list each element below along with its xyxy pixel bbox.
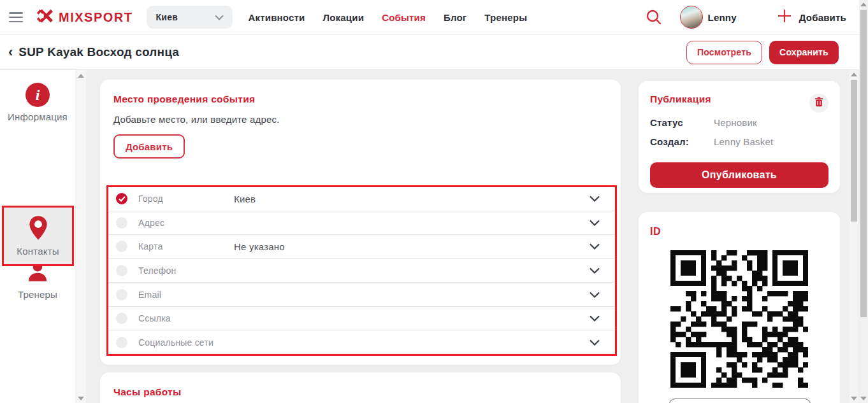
add-button[interactable]: Добавить	[778, 9, 846, 25]
empty-circle-icon	[116, 289, 127, 300]
sidebar-item-contacts[interactable]: Контакты	[2, 206, 74, 266]
scroll-down-arrow[interactable]	[851, 397, 857, 400]
back-button[interactable]: ‹	[8, 45, 13, 59]
row-label: Социальные сети	[138, 337, 234, 348]
mixsport-logo-icon	[37, 7, 55, 27]
plus-icon	[778, 9, 792, 25]
view-button[interactable]: Посмотреть	[686, 41, 762, 64]
row-label: Email	[138, 290, 234, 300]
scroll-up-arrow[interactable]	[860, 3, 867, 6]
row-label: Город	[138, 194, 234, 204]
hours-card-title: Часы работы	[113, 386, 182, 398]
chevron-down-icon[interactable]	[590, 289, 600, 300]
row-value: Киев	[234, 194, 256, 204]
row-label: Телефон	[138, 265, 234, 276]
nav-link-trainers[interactable]: Тренеры	[484, 12, 527, 23]
sidebar-item-information[interactable]: i Информация	[0, 83, 75, 122]
scroll-up-arrow[interactable]	[78, 74, 84, 78]
mixsport-logo[interactable]: MIXSPORT	[37, 7, 133, 27]
header-actions: Посмотреть Сохранить	[686, 41, 839, 64]
row-phone[interactable]: Телефон	[108, 259, 615, 283]
scrollbar-thumb[interactable]	[851, 80, 857, 222]
row-address[interactable]: Адрес	[108, 211, 615, 236]
city-select[interactable]: Киев	[147, 6, 233, 29]
page-header: ‹ SUP Kayak Восход солнца Посмотреть Сох…	[0, 35, 859, 70]
content-scrollbar[interactable]	[76, 70, 86, 403]
empty-circle-icon	[116, 337, 127, 348]
status-value: Черновик	[714, 117, 757, 128]
empty-circle-icon	[116, 241, 127, 252]
publish-button[interactable]: Опубликовать	[650, 162, 828, 188]
row-label: Ссылка	[138, 313, 234, 323]
sidebar-item-label: Контакты	[17, 246, 59, 257]
nav-right-group: Lenny Добавить	[646, 6, 846, 29]
empty-circle-icon	[116, 217, 127, 229]
top-navigation: MIXSPORT Киев Активности Локации События…	[0, 0, 859, 35]
empty-circle-icon	[116, 313, 127, 324]
save-button[interactable]: Сохранить	[769, 41, 839, 64]
publication-card-title: Публикация	[650, 94, 711, 105]
qr-code	[670, 250, 808, 388]
status-label: Статус	[650, 117, 714, 128]
row-link[interactable]: Ссылка	[108, 307, 615, 331]
venue-card-subtitle: Добавьте место, или введите адрес.	[113, 114, 280, 125]
row-social[interactable]: Социальные сети	[108, 330, 615, 354]
row-label: Адрес	[138, 218, 234, 228]
id-card-title: ID	[650, 226, 661, 237]
row-map[interactable]: Карта Не указано	[108, 235, 615, 259]
panel-scrollbar[interactable]	[850, 70, 858, 403]
nav-link-blog[interactable]: Блог	[444, 12, 467, 23]
scroll-up-arrow[interactable]	[851, 73, 857, 76]
chevron-down-icon[interactable]	[590, 265, 600, 276]
contact-fields-group: Город Киев Адрес Карта Не указано Телефо…	[106, 185, 617, 356]
info-icon: i	[25, 83, 50, 107]
nav-link-events[interactable]: События	[382, 12, 426, 23]
venue-card-title: Место проведения события	[113, 94, 255, 105]
chevron-down-icon[interactable]	[590, 217, 600, 229]
add-place-button[interactable]: Добавить	[113, 134, 185, 159]
chevron-down-icon[interactable]	[590, 241, 600, 252]
user-name: Lenny	[708, 12, 737, 23]
scroll-down-arrow[interactable]	[860, 397, 867, 400]
id-value-box[interactable]	[669, 399, 811, 403]
logo-text: MIXSPORT	[59, 10, 133, 25]
chevron-down-icon[interactable]	[590, 337, 600, 348]
page-title: SUP Kayak Восход солнца	[18, 45, 179, 59]
chevron-down-icon	[215, 11, 224, 23]
check-circle-icon	[116, 193, 127, 204]
add-button-label: Добавить	[799, 12, 846, 23]
venue-card: Место проведения события Добавьте место,…	[100, 80, 621, 365]
working-hours-card: Часы работы	[100, 372, 621, 403]
sidebar: i Информация Контакты Тренеры	[0, 70, 75, 403]
user-avatar[interactable]	[680, 6, 703, 29]
creator-value: Lenny Basket	[714, 136, 773, 147]
scrollbar-thumb[interactable]	[860, 10, 867, 317]
location-pin-icon	[28, 215, 48, 243]
trash-icon	[814, 97, 823, 110]
creator-label: Создал:	[650, 136, 714, 147]
sidebar-item-label: Информация	[8, 111, 68, 122]
delete-button[interactable]	[809, 94, 828, 113]
hamburger-menu-icon[interactable]	[9, 12, 23, 22]
chevron-down-icon[interactable]	[590, 313, 600, 324]
chevron-down-icon[interactable]	[590, 193, 600, 204]
row-value: Не указано	[234, 241, 285, 252]
sidebar-item-label: Тренеры	[18, 289, 57, 300]
nav-link-locations[interactable]: Локации	[323, 12, 365, 23]
publication-card: Публикация Статус Черновик Создал: Lenny…	[639, 81, 840, 193]
nav-link-activities[interactable]: Активности	[248, 12, 305, 23]
city-select-value: Киев	[156, 12, 178, 22]
search-icon[interactable]	[646, 9, 662, 25]
row-city[interactable]: Город Киев	[108, 187, 615, 211]
id-card: ID	[639, 212, 840, 403]
sidebar-item-trainers[interactable]: Тренеры	[0, 260, 75, 300]
empty-circle-icon	[116, 265, 127, 276]
window-scrollbar[interactable]	[859, 0, 868, 403]
row-email[interactable]: Email	[108, 283, 615, 307]
row-label: Карта	[138, 241, 234, 251]
scroll-down-arrow[interactable]	[78, 397, 84, 400]
main-nav-links: Активности Локации События Блог Тренеры	[248, 12, 527, 23]
